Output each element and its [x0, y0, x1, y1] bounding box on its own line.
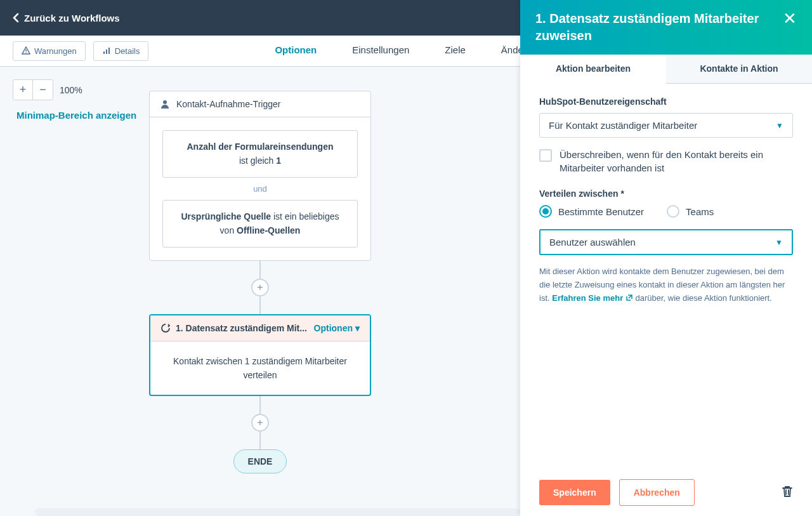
zoom-out-button[interactable]: − — [33, 80, 53, 100]
panel-tab-contacts[interactable]: Kontakte in Aktion — [666, 55, 812, 83]
zoom-level: 100% — [60, 85, 82, 95]
help-text: Mit dieser Aktion wird kontakte dem Benu… — [539, 265, 793, 305]
action-options-label: Optionen — [314, 323, 353, 333]
back-label: Zurück zu Workflows — [24, 13, 120, 23]
add-action-button-2[interactable]: + — [251, 414, 269, 432]
back-to-workflows[interactable]: Zurück zu Workflows — [13, 13, 120, 23]
details-label: Details — [115, 46, 140, 56]
connector-line — [259, 296, 261, 314]
horizontal-scrollbar[interactable] — [35, 508, 520, 516]
property-select[interactable]: Für Kontakt zuständiger Mitarbeiter ▼ — [539, 113, 793, 138]
warnings-button[interactable]: Warnungen — [13, 41, 86, 61]
radio-input-teams[interactable] — [667, 205, 679, 218]
property-label: HubSpot-Benutzereigenschaft — [539, 96, 793, 107]
action-card[interactable]: 1. Datensatz zuständigem Mit... Optionen… — [149, 314, 371, 397]
panel-footer: Speichern Abbrechen — [520, 468, 812, 516]
action-title: 1. Datensatz zuständigem Mit... — [176, 323, 307, 333]
warnings-label: Warnungen — [34, 46, 77, 56]
panel-title: 1. Datensatz zuständigem Mitarbeiter zuw… — [535, 10, 783, 44]
panel-header: 1. Datensatz zuständigem Mitarbeiter zuw… — [520, 0, 812, 55]
help-text-2: darüber, wie diese Aktion funktioniert. — [633, 293, 772, 303]
distribute-label: Verteilen zwischen * — [539, 189, 793, 199]
radio-label-teams: Teams — [686, 206, 714, 217]
save-button[interactable]: Speichern — [539, 480, 610, 505]
filter-1-op: ist gleich — [239, 155, 276, 166]
users-select-placeholder: Benutzer auswählen — [549, 237, 636, 248]
connector-line — [259, 261, 261, 279]
svg-point-5 — [163, 100, 167, 104]
svg-rect-2 — [103, 51, 105, 54]
delete-button[interactable] — [782, 485, 793, 501]
svg-rect-3 — [106, 50, 107, 54]
overwrite-checkbox[interactable] — [539, 149, 552, 162]
panel-tabs: Aktion bearbeiten Kontakte in Aktion — [520, 55, 812, 84]
caret-down-icon: ▼ — [775, 238, 783, 247]
side-panel: 1. Datensatz zuständigem Mitarbeiter zuw… — [520, 0, 812, 516]
cancel-button[interactable]: Abbrechen — [619, 479, 695, 506]
panel-tab-edit[interactable]: Aktion bearbeiten — [520, 55, 666, 84]
add-action-button-1[interactable]: + — [251, 279, 269, 296]
caret-down-icon: ▼ — [776, 121, 783, 130]
filter-1-property: Anzahl der Formulareinsendungen — [187, 142, 333, 152]
rotate-icon — [160, 323, 171, 333]
zoom-in-button[interactable]: + — [13, 80, 33, 100]
filter-1[interactable]: Anzahl der Formulareinsendungen ist glei… — [162, 130, 358, 178]
chart-icon — [102, 46, 111, 55]
and-connector: und — [162, 178, 358, 200]
connector-line — [259, 396, 261, 414]
trigger-header: Kontakt-Aufnahme-Trigger — [150, 91, 370, 117]
radio-label-users: Bestimmte Benutzer — [558, 206, 644, 217]
external-link-icon — [625, 294, 633, 301]
details-button[interactable]: Details — [93, 41, 149, 61]
filter-1-value: 1 — [276, 155, 281, 166]
trigger-card[interactable]: Kontakt-Aufnahme-Trigger Anzahl der Form… — [149, 91, 371, 261]
trash-icon — [782, 485, 793, 498]
panel-body: HubSpot-Benutzereigenschaft Für Kontakt … — [520, 84, 812, 468]
contact-icon — [160, 99, 170, 109]
chevron-left-icon — [13, 13, 19, 23]
property-value: Für Kontakt zuständiger Mitarbeiter — [549, 120, 697, 131]
canvas-tools: + − 100% — [13, 79, 82, 100]
filter-2-value: Offline-Quellen — [237, 225, 300, 235]
close-icon[interactable]: ✕ — [783, 10, 797, 27]
radio-specific-users[interactable]: Bestimmte Benutzer — [539, 205, 644, 218]
overwrite-checkbox-row[interactable]: Überschreiben, wenn für den Kontakt bere… — [539, 148, 793, 175]
action-header: 1. Datensatz zuständigem Mit... Optionen… — [150, 315, 370, 341]
trigger-title: Kontakt-Aufnahme-Trigger — [176, 99, 280, 109]
action-options-dropdown[interactable]: Optionen ▾ — [314, 323, 360, 333]
zoom-controls: + − — [13, 79, 53, 100]
trigger-body: Anzahl der Formulareinsendungen ist glei… — [150, 117, 370, 260]
warning-icon — [22, 46, 30, 55]
radio-input-users[interactable] — [539, 205, 552, 218]
overwrite-label: Überschreiben, wenn für den Kontakt bere… — [560, 148, 793, 175]
action-body: Kontakt zwischen 1 zuständigem Mitarbeit… — [150, 341, 370, 395]
workflow-flow: Kontakt-Aufnahme-Trigger Anzahl der Form… — [149, 91, 371, 473]
filter-2[interactable]: Ursprüngliche Quelle ist ein beliebiges … — [162, 200, 358, 248]
svg-rect-4 — [108, 48, 110, 54]
action-title-wrap: 1. Datensatz zuständigem Mit... — [160, 323, 314, 333]
learn-more-link[interactable]: Erfahren Sie mehr — [552, 293, 633, 303]
filter-2-property: Ursprüngliche Quelle — [181, 211, 272, 222]
svg-point-0 — [25, 52, 27, 53]
workflow-canvas[interactable]: + − 100% Minimap-Bereich anzeigen Kontak… — [0, 67, 520, 516]
end-node: ENDE — [233, 449, 287, 473]
chevron-down-icon: ▾ — [355, 323, 360, 333]
connector-line — [259, 432, 261, 449]
users-select[interactable]: Benutzer auswählen ▼ — [539, 229, 793, 255]
radio-teams[interactable]: Teams — [667, 205, 714, 218]
minimap-toggle[interactable]: Minimap-Bereich anzeigen — [16, 110, 136, 121]
distribute-radio-group: Bestimmte Benutzer Teams — [539, 205, 793, 218]
